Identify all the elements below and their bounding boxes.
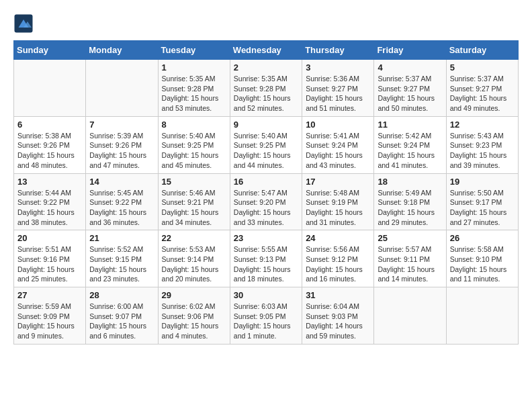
calendar-cell: 17Sunrise: 5:48 AM Sunset: 9:19 PM Dayli…: [302, 173, 374, 230]
calendar-cell: 8Sunrise: 5:40 AM Sunset: 9:25 PM Daylig…: [158, 116, 230, 173]
day-number: 2: [234, 62, 298, 73]
calendar-cell: 5Sunrise: 5:37 AM Sunset: 9:27 PM Daylig…: [446, 60, 518, 117]
calendar-cell: 27Sunrise: 5:59 AM Sunset: 9:09 PM Dayli…: [14, 287, 86, 345]
calendar-week-row: 1Sunrise: 5:35 AM Sunset: 9:28 PM Daylig…: [14, 60, 519, 117]
calendar-cell: 25Sunrise: 5:57 AM Sunset: 9:11 PM Dayli…: [374, 230, 446, 287]
day-number: 24: [306, 233, 370, 243]
day-number: 25: [378, 233, 442, 243]
day-info: Sunrise: 5:41 AM Sunset: 9:24 PM Dayligh…: [306, 131, 370, 171]
page-header: [13, 13, 519, 34]
calendar-week-row: 20Sunrise: 5:51 AM Sunset: 9:16 PM Dayli…: [14, 230, 519, 287]
day-number: 15: [162, 177, 226, 187]
day-info: Sunrise: 5:35 AM Sunset: 9:28 PM Dayligh…: [234, 74, 298, 113]
day-number: 17: [306, 177, 370, 187]
calendar-cell: 19Sunrise: 5:50 AM Sunset: 9:17 PM Dayli…: [446, 173, 518, 230]
day-info: Sunrise: 5:38 AM Sunset: 9:26 PM Dayligh…: [17, 131, 82, 171]
calendar-header: SundayMondayTuesdayWednesdayThursdayFrid…: [14, 41, 519, 60]
day-number: 3: [306, 62, 370, 73]
day-number: 5: [450, 62, 515, 73]
calendar-cell: 3Sunrise: 5:36 AM Sunset: 9:27 PM Daylig…: [302, 60, 374, 117]
calendar-cell: 13Sunrise: 5:44 AM Sunset: 9:22 PM Dayli…: [14, 173, 86, 230]
calendar-cell: 11Sunrise: 5:42 AM Sunset: 9:24 PM Dayli…: [374, 116, 446, 173]
day-number: 30: [234, 290, 298, 300]
calendar-week-row: 6Sunrise: 5:38 AM Sunset: 9:26 PM Daylig…: [14, 116, 519, 173]
calendar-cell: 24Sunrise: 5:56 AM Sunset: 9:12 PM Dayli…: [302, 230, 374, 287]
day-info: Sunrise: 5:52 AM Sunset: 9:15 PM Dayligh…: [89, 244, 154, 284]
day-number: 8: [162, 120, 226, 130]
day-number: 9: [234, 120, 298, 130]
day-info: Sunrise: 5:55 AM Sunset: 9:13 PM Dayligh…: [234, 244, 298, 284]
calendar-cell: 22Sunrise: 5:53 AM Sunset: 9:14 PM Dayli…: [158, 230, 230, 287]
calendar-cell: [14, 60, 86, 117]
logo-icon: [13, 13, 34, 34]
weekday-row: SundayMondayTuesdayWednesdayThursdayFrid…: [14, 41, 519, 60]
calendar-cell: 2Sunrise: 5:35 AM Sunset: 9:28 PM Daylig…: [230, 60, 302, 117]
calendar-week-row: 13Sunrise: 5:44 AM Sunset: 9:22 PM Dayli…: [14, 173, 519, 230]
weekday-header: Sunday: [14, 41, 86, 60]
day-number: 6: [17, 120, 82, 130]
calendar-cell: 18Sunrise: 5:49 AM Sunset: 9:18 PM Dayli…: [374, 173, 446, 230]
day-number: 29: [162, 290, 226, 300]
day-info: Sunrise: 5:40 AM Sunset: 9:25 PM Dayligh…: [162, 131, 226, 171]
day-number: 20: [17, 233, 82, 243]
calendar-cell: 20Sunrise: 5:51 AM Sunset: 9:16 PM Dayli…: [14, 230, 86, 287]
calendar-cell: 28Sunrise: 6:00 AM Sunset: 9:07 PM Dayli…: [86, 287, 158, 345]
day-number: 7: [89, 120, 154, 130]
day-number: 1: [162, 62, 226, 73]
day-number: 11: [378, 120, 442, 130]
day-number: 22: [162, 233, 226, 243]
weekday-header: Tuesday: [158, 41, 230, 60]
day-info: Sunrise: 6:02 AM Sunset: 9:06 PM Dayligh…: [162, 302, 226, 341]
day-info: Sunrise: 5:39 AM Sunset: 9:26 PM Dayligh…: [89, 131, 154, 171]
day-info: Sunrise: 5:59 AM Sunset: 9:09 PM Dayligh…: [17, 302, 82, 341]
day-info: Sunrise: 5:46 AM Sunset: 9:21 PM Dayligh…: [162, 188, 226, 228]
calendar-cell: 29Sunrise: 6:02 AM Sunset: 9:06 PM Dayli…: [158, 287, 230, 345]
weekday-header: Monday: [86, 41, 158, 60]
calendar-cell: 4Sunrise: 5:37 AM Sunset: 9:27 PM Daylig…: [374, 60, 446, 117]
day-info: Sunrise: 5:49 AM Sunset: 9:18 PM Dayligh…: [378, 188, 442, 228]
day-info: Sunrise: 5:40 AM Sunset: 9:25 PM Dayligh…: [234, 131, 298, 171]
calendar-cell: 1Sunrise: 5:35 AM Sunset: 9:28 PM Daylig…: [158, 60, 230, 117]
day-number: 19: [450, 177, 515, 187]
calendar-table: SundayMondayTuesdayWednesdayThursdayFrid…: [13, 40, 519, 345]
day-info: Sunrise: 5:45 AM Sunset: 9:22 PM Dayligh…: [89, 188, 154, 228]
day-number: 31: [306, 290, 370, 300]
day-number: 26: [450, 233, 515, 243]
day-info: Sunrise: 5:44 AM Sunset: 9:22 PM Dayligh…: [17, 188, 82, 228]
calendar-cell: 23Sunrise: 5:55 AM Sunset: 9:13 PM Dayli…: [230, 230, 302, 287]
day-number: 10: [306, 120, 370, 130]
day-number: 18: [378, 177, 442, 187]
calendar-cell: [86, 60, 158, 117]
weekday-header: Friday: [374, 41, 446, 60]
day-number: 16: [234, 177, 298, 187]
day-number: 21: [89, 233, 154, 243]
day-info: Sunrise: 5:51 AM Sunset: 9:16 PM Dayligh…: [17, 244, 82, 284]
day-info: Sunrise: 6:04 AM Sunset: 9:03 PM Dayligh…: [306, 302, 370, 341]
weekday-header: Thursday: [302, 41, 374, 60]
calendar-cell: 31Sunrise: 6:04 AM Sunset: 9:03 PM Dayli…: [302, 287, 374, 345]
calendar-cell: 15Sunrise: 5:46 AM Sunset: 9:21 PM Dayli…: [158, 173, 230, 230]
day-info: Sunrise: 5:53 AM Sunset: 9:14 PM Dayligh…: [162, 244, 226, 284]
logo: [13, 13, 36, 34]
day-info: Sunrise: 5:58 AM Sunset: 9:10 PM Dayligh…: [450, 244, 515, 284]
day-number: 23: [234, 233, 298, 243]
day-info: Sunrise: 5:37 AM Sunset: 9:27 PM Dayligh…: [450, 74, 515, 113]
day-info: Sunrise: 6:03 AM Sunset: 9:05 PM Dayligh…: [234, 302, 298, 341]
weekday-header: Saturday: [446, 41, 518, 60]
day-info: Sunrise: 5:37 AM Sunset: 9:27 PM Dayligh…: [378, 74, 442, 113]
calendar-body: 1Sunrise: 5:35 AM Sunset: 9:28 PM Daylig…: [14, 60, 519, 345]
day-number: 28: [89, 290, 154, 300]
calendar-cell: 10Sunrise: 5:41 AM Sunset: 9:24 PM Dayli…: [302, 116, 374, 173]
day-info: Sunrise: 5:47 AM Sunset: 9:20 PM Dayligh…: [234, 188, 298, 228]
day-info: Sunrise: 5:43 AM Sunset: 9:23 PM Dayligh…: [450, 131, 515, 171]
calendar-cell: 21Sunrise: 5:52 AM Sunset: 9:15 PM Dayli…: [86, 230, 158, 287]
weekday-header: Wednesday: [230, 41, 302, 60]
day-number: 4: [378, 62, 442, 73]
day-info: Sunrise: 5:56 AM Sunset: 9:12 PM Dayligh…: [306, 244, 370, 284]
day-info: Sunrise: 5:48 AM Sunset: 9:19 PM Dayligh…: [306, 188, 370, 228]
calendar-cell: 9Sunrise: 5:40 AM Sunset: 9:25 PM Daylig…: [230, 116, 302, 173]
day-number: 13: [17, 177, 82, 187]
calendar-cell: [374, 287, 446, 345]
calendar-cell: 12Sunrise: 5:43 AM Sunset: 9:23 PM Dayli…: [446, 116, 518, 173]
day-info: Sunrise: 5:36 AM Sunset: 9:27 PM Dayligh…: [306, 74, 370, 113]
